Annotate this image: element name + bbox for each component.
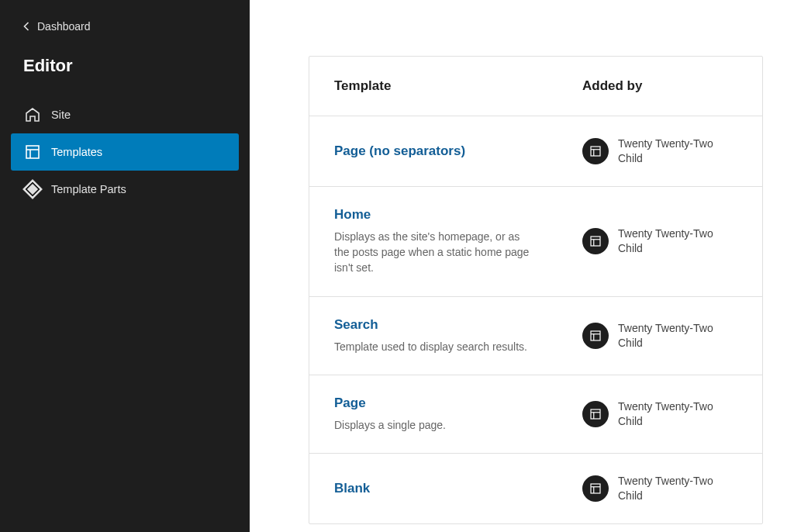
table-row: Page Displays a single page. Twenty Twen… (309, 375, 762, 454)
table-row: Page (no separators) Twenty Twenty-Two C… (309, 116, 762, 187)
template-description: Displays as the site's homepage, or as t… (334, 229, 536, 276)
svg-rect-15 (591, 484, 600, 493)
added-by-cell: Twenty Twenty-Two Child (582, 226, 737, 256)
home-icon (23, 105, 42, 124)
table-row: Blank Twenty Twenty-Two Child (309, 454, 762, 523)
svg-rect-9 (591, 331, 600, 340)
nav-item-label: Templates (51, 146, 102, 158)
template-link-search[interactable]: Search (334, 317, 378, 332)
column-header-added-by: Added by (582, 78, 737, 94)
nav-list: Site Templates Template Parts (0, 92, 250, 212)
layout-icon (589, 407, 602, 421)
theme-avatar (582, 323, 609, 349)
nav-item-label: Template Parts (51, 183, 126, 195)
layout-icon (23, 143, 42, 161)
templates-table: Template Added by Page (no separators) T… (309, 56, 763, 524)
theme-name: Twenty Twenty-Two Child (618, 321, 737, 351)
column-header-template: Template (334, 78, 582, 94)
back-label: Dashboard (37, 20, 91, 33)
template-description: Displays a single page. (334, 417, 536, 433)
nav-item-site[interactable]: Site (11, 96, 239, 133)
back-to-dashboard-link[interactable]: Dashboard (0, 19, 250, 56)
sidebar: Dashboard Editor Site Templates Template… (0, 0, 250, 532)
table-header: Template Added by (309, 57, 762, 116)
template-description: Template used to display search results. (334, 339, 536, 354)
table-row: Search Template used to display search r… (309, 297, 762, 375)
template-link-home[interactable]: Home (334, 207, 371, 222)
theme-name: Twenty Twenty-Two Child (618, 399, 737, 429)
theme-name: Twenty Twenty-Two Child (618, 136, 737, 166)
theme-name: Twenty Twenty-Two Child (618, 474, 737, 503)
layout-icon (589, 234, 602, 248)
layout-icon (589, 329, 602, 343)
template-link-page-no-separators[interactable]: Page (no separators) (334, 143, 465, 158)
main-content: Template Added by Page (no separators) T… (250, 0, 794, 532)
theme-avatar (582, 475, 609, 502)
svg-rect-0 (26, 146, 39, 158)
nav-item-template-parts[interactable]: Template Parts (11, 171, 239, 208)
layout-icon (589, 482, 602, 496)
editor-title: Editor (0, 56, 250, 92)
chevron-left-icon (19, 19, 34, 34)
svg-rect-6 (591, 237, 600, 246)
template-parts-icon (23, 180, 42, 199)
added-by-cell: Twenty Twenty-Two Child (582, 321, 737, 351)
added-by-cell: Twenty Twenty-Two Child (582, 474, 737, 503)
table-row: Home Displays as the site's homepage, or… (309, 187, 762, 297)
theme-avatar (582, 401, 609, 427)
nav-item-templates[interactable]: Templates (11, 133, 239, 171)
theme-name: Twenty Twenty-Two Child (618, 226, 737, 256)
theme-avatar (582, 228, 609, 254)
layout-icon (589, 144, 602, 158)
template-link-blank[interactable]: Blank (334, 481, 370, 496)
svg-rect-3 (591, 147, 600, 156)
svg-rect-12 (591, 409, 600, 419)
added-by-cell: Twenty Twenty-Two Child (582, 136, 737, 166)
added-by-cell: Twenty Twenty-Two Child (582, 399, 737, 429)
theme-avatar (582, 138, 609, 164)
template-link-page[interactable]: Page (334, 396, 366, 410)
nav-item-label: Site (51, 109, 71, 121)
